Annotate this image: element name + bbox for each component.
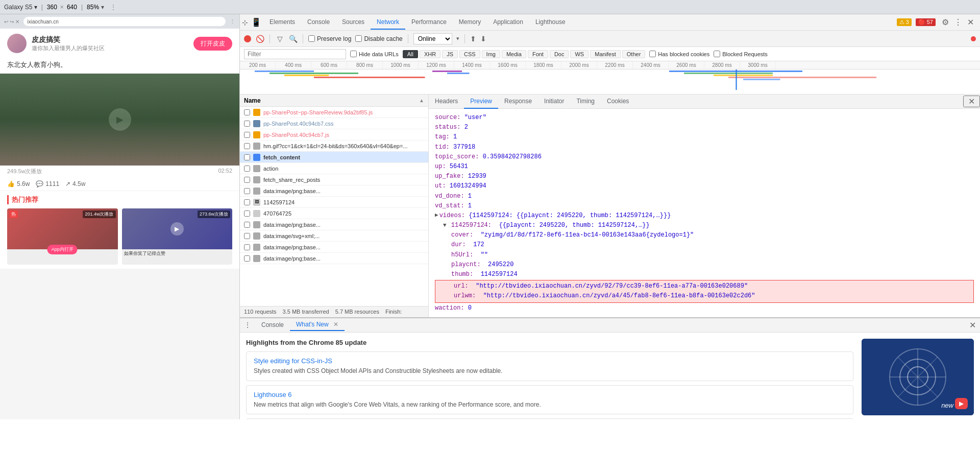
tab-network[interactable]: Network — [371, 15, 405, 30]
request-item-11[interactable]: data:image/svg+xml;... — [240, 230, 428, 242]
details-tab-response[interactable]: Response — [498, 95, 538, 109]
request-checkbox-1[interactable] — [244, 121, 250, 127]
bottom-tab-console[interactable]: Console — [255, 319, 290, 331]
share-action[interactable]: ↗ 4.5w — [65, 180, 85, 187]
filter-font[interactable]: Font — [528, 50, 548, 58]
filter-other[interactable]: Other — [622, 50, 646, 58]
request-item-8[interactable]: 🖼 1142597124 — [240, 197, 428, 208]
request-checkbox-9[interactable] — [244, 210, 250, 217]
filter-css[interactable]: CSS — [459, 50, 480, 58]
request-item-10[interactable]: data:image/png;base... — [240, 219, 428, 230]
tab-elements[interactable]: Elements — [263, 15, 301, 30]
tab-console[interactable]: Console — [301, 15, 336, 30]
blocked-cookies-checkbox[interactable]: Has blocked cookies — [649, 51, 709, 57]
request-item-0[interactable]: pp-SharePost~pp-ShareReview.9da2bf85.js — [240, 107, 428, 118]
close-icon[interactable]: ✕ — [967, 17, 974, 27]
blocked-requests-checkbox[interactable]: Blocked Requests — [714, 51, 768, 57]
filter-xhr[interactable]: XHR — [420, 50, 440, 58]
request-item-1[interactable]: pp-SharePost.40c94cb7.css — [240, 118, 428, 129]
export-icon[interactable]: ⬇ — [480, 35, 486, 43]
request-checkbox-4[interactable] — [244, 154, 250, 160]
whats-new-item-0[interactable]: Style editing for CSS-in-JS Styles creat… — [246, 351, 853, 381]
details-tab-preview[interactable]: Preview — [464, 95, 498, 109]
clear-icon[interactable]: 🚫 — [255, 34, 264, 43]
whats-new-item-1[interactable]: Lighthouse 6 New metrics that align with… — [246, 385, 853, 415]
zoom-value[interactable]: 85% — [87, 4, 99, 11]
request-checkbox-10[interactable] — [244, 222, 250, 228]
record-button[interactable] — [244, 35, 251, 42]
search-icon[interactable]: 🔍 — [288, 34, 298, 43]
comment-action[interactable]: 💬 1111 — [36, 180, 59, 187]
hide-data-urls-input[interactable] — [350, 51, 357, 57]
cursor-icon[interactable]: ⊹ — [242, 18, 248, 27]
details-close-button[interactable]: ✕ — [963, 96, 980, 107]
height-value[interactable]: 640 — [67, 4, 77, 11]
rec-open-btn-1[interactable]: App内打开 — [47, 245, 78, 254]
bottom-tab-more[interactable]: ⋮ — [244, 321, 251, 329]
filter-icon[interactable]: ▽ — [275, 34, 284, 43]
request-item-9[interactable]: 470764725 — [240, 208, 428, 219]
blocked-cookies-input[interactable] — [649, 51, 656, 57]
width-value[interactable]: 360 — [47, 4, 57, 11]
tab-sources[interactable]: Sources — [336, 15, 371, 30]
request-item-7[interactable]: data:image/png;base... — [240, 185, 428, 197]
import-icon[interactable]: ⬆ — [470, 35, 476, 43]
request-checkbox-3[interactable] — [244, 143, 250, 149]
disable-cache-input[interactable] — [355, 35, 362, 42]
filter-manifest[interactable]: Manifest — [590, 50, 621, 58]
rec-item-1[interactable]: 热 201.4w次播放 App内打开 — [7, 208, 118, 265]
device-toggle-icon[interactable]: 📱 — [251, 17, 261, 27]
request-checkbox-2[interactable] — [244, 132, 250, 138]
request-checkbox-7[interactable] — [244, 188, 250, 194]
filter-all[interactable]: All — [403, 50, 418, 58]
settings-icon[interactable]: ⚙ — [942, 17, 949, 27]
request-item-12[interactable]: data:image/png;base... — [240, 242, 428, 253]
filter-img[interactable]: Img — [482, 50, 500, 58]
tab-application[interactable]: Application — [487, 15, 529, 30]
filter-ws[interactable]: WS — [570, 50, 589, 58]
filter-input[interactable] — [244, 49, 346, 59]
url-bar[interactable]: ixiaochuan.cn — [23, 17, 226, 26]
social-video[interactable]: ▶ — [0, 74, 239, 166]
whats-new-item-2[interactable]: First Meaningful Paint (FMP) deprecation — [246, 418, 853, 419]
request-item-13[interactable]: data:image/png;base... — [240, 253, 428, 264]
request-checkbox-0[interactable] — [244, 109, 250, 115]
tab-performance[interactable]: Performance — [405, 15, 453, 30]
hide-data-urls-checkbox[interactable]: Hide data URLs — [350, 51, 399, 57]
details-tab-cookies[interactable]: Cookies — [601, 95, 635, 109]
request-checkbox-13[interactable] — [244, 255, 250, 262]
request-item-5[interactable]: action — [240, 163, 428, 174]
request-item-2[interactable]: pp-SharePost.40c94cb7.js — [240, 129, 428, 140]
details-tab-timing[interactable]: Timing — [570, 95, 601, 109]
disable-cache-checkbox[interactable]: Disable cache — [355, 35, 402, 42]
request-item-6[interactable]: fetch_share_rec_posts — [240, 174, 428, 185]
requests-list[interactable]: pp-SharePost~pp-ShareReview.9da2bf85.js … — [240, 107, 428, 306]
filter-js[interactable]: JS — [442, 50, 458, 58]
follow-button[interactable]: 打开皮皮 — [193, 37, 232, 51]
request-checkbox-5[interactable] — [244, 166, 250, 172]
request-checkbox-8[interactable] — [244, 199, 250, 205]
bottom-tab-whats-new[interactable]: What's New ✕ — [290, 319, 345, 331]
rec-item-2[interactable]: ▶ 273.6w次播放 如果你笑了记得点赞 — [122, 208, 233, 265]
request-item-4[interactable]: fetch_content — [240, 152, 428, 163]
bottom-close-button[interactable]: ✕ — [969, 320, 976, 330]
details-tab-initiator[interactable]: Initiator — [538, 95, 570, 109]
throttle-select[interactable]: Online Fast 3G Slow 3G — [413, 33, 452, 44]
more-icon[interactable]: ⋮ — [954, 17, 962, 27]
filter-doc[interactable]: Doc — [550, 50, 569, 58]
like-action[interactable]: 👍 5.6w — [7, 180, 30, 187]
request-checkbox-11[interactable] — [244, 233, 250, 239]
request-item-3[interactable]: hm.gif?cc=1&ck=1&cl=24-bit&ds=360x640&vl… — [240, 140, 428, 152]
tab-lighthouse[interactable]: Lighthouse — [529, 15, 572, 30]
request-icon-2 — [253, 131, 260, 138]
blocked-requests-input[interactable] — [714, 51, 720, 57]
videos-arrow[interactable] — [435, 211, 438, 221]
tab-memory[interactable]: Memory — [453, 15, 487, 30]
request-checkbox-12[interactable] — [244, 244, 250, 250]
preserve-log-checkbox[interactable]: Preserve log — [308, 35, 351, 42]
details-tab-headers[interactable]: Headers — [429, 95, 464, 109]
request-checkbox-6[interactable] — [244, 177, 250, 183]
videos-inner-arrow[interactable] — [443, 222, 447, 228]
preserve-log-input[interactable] — [308, 35, 315, 42]
filter-media[interactable]: Media — [502, 50, 526, 58]
